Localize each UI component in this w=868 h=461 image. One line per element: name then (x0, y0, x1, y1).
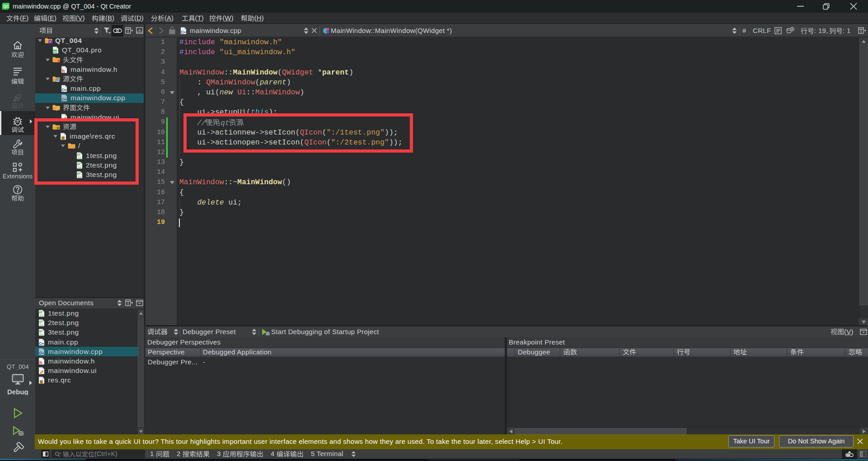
svg-text:h: h (58, 58, 61, 63)
svg-text:C: C (56, 79, 58, 82)
svg-text:PNG: PNG (39, 321, 42, 322)
svg-text:PNG: PNG (39, 311, 42, 313)
svg-text:h: h (39, 360, 42, 365)
svg-text:Qt: Qt (53, 50, 57, 54)
svg-text:QC: QC (3, 4, 9, 9)
svg-text:h: h (62, 68, 65, 73)
svg-text:PNG: PNG (39, 331, 42, 332)
